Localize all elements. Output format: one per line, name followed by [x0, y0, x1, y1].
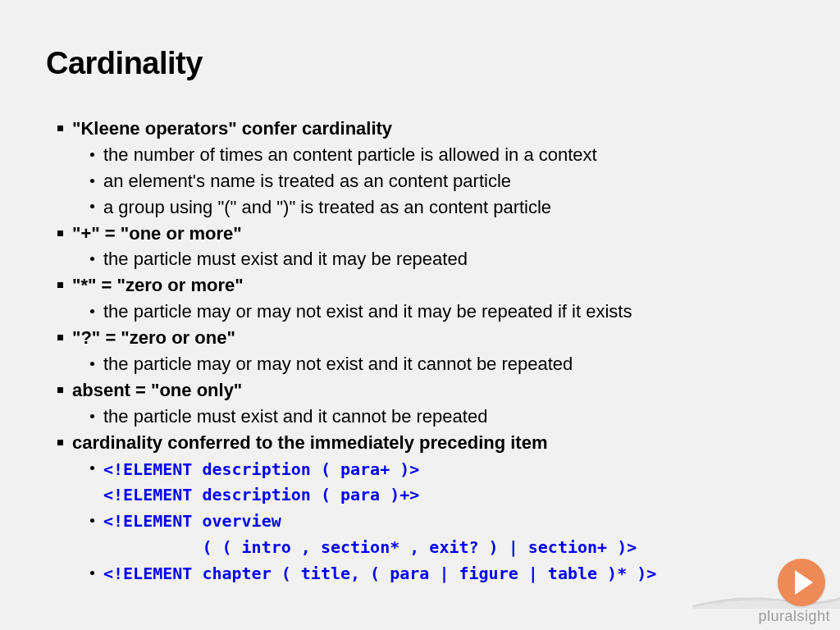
sub-list: the particle may or may not exist and it…: [72, 351, 794, 377]
sub-bullet: <!ELEMENT description ( para+ )>: [90, 456, 794, 482]
sub-bullet: <!ELEMENT description ( para )+>: [90, 482, 794, 508]
sub-bullet: the particle may or may not exist and it…: [90, 351, 794, 377]
sub-list: the number of times an content particle …: [72, 142, 794, 221]
sub-bullet: a group using "(" and ")" is treated as …: [90, 194, 794, 221]
top-bullet: cardinality conferred to the immediately…: [57, 430, 794, 587]
top-bullet-text: absent = "one only": [72, 380, 242, 400]
sub-bullet: the particle may or may not exist and it…: [90, 299, 794, 325]
sub-bullet: the number of times an content particle …: [90, 142, 794, 168]
code-line: <!ELEMENT overview: [103, 511, 281, 531]
sub-bullet: ( ( intro , section* , exit? ) | section…: [90, 534, 794, 560]
top-bullet-text: "Kleene operators" confer cardinality: [72, 118, 392, 139]
sub-bullet: <!ELEMENT overview: [90, 508, 794, 534]
slide-title: Cardinality: [46, 46, 794, 81]
top-bullet: "Kleene operators" confer cardinalitythe…: [57, 116, 794, 221]
sub-bullet: the particle must exist and it may be re…: [90, 246, 794, 272]
play-icon: [778, 559, 825, 606]
code-line: ( ( intro , section* , exit? ) | section…: [103, 537, 637, 557]
sub-bullet: an element's name is treated as an conte…: [90, 168, 794, 194]
top-bullet: "+" = "one or more"the particle must exi…: [57, 221, 794, 273]
code-line: <!ELEMENT description ( para )+>: [103, 485, 419, 504]
brand-text: pluralsight: [758, 608, 830, 625]
sub-bullet: the particle must exist and it cannot be…: [90, 404, 794, 430]
bullet-list: "Kleene operators" confer cardinalitythe…: [46, 116, 794, 587]
top-bullet: absent = "one only"the particle must exi…: [57, 377, 794, 430]
sub-list: the particle must exist and it cannot be…: [72, 404, 794, 430]
top-bullet-text: "*" = "zero or more": [72, 275, 244, 295]
slide: Cardinality "Kleene operators" confer ca…: [0, 0, 840, 630]
brand-logo: pluralsight: [758, 559, 830, 625]
top-bullet-text: cardinality conferred to the immediately…: [72, 432, 548, 453]
code-line: <!ELEMENT description ( para+ )>: [103, 459, 419, 479]
top-bullet-text: "+" = "one or more": [72, 223, 242, 244]
sub-list: the particle must exist and it may be re…: [72, 246, 794, 272]
top-bullet-text: "?" = "zero or one": [72, 327, 235, 348]
sub-bullet: <!ELEMENT chapter ( title, ( para | figu…: [90, 560, 794, 587]
top-bullet: "?" = "zero or one"the particle may or m…: [57, 325, 794, 377]
top-bullet: "*" = "zero or more"the particle may or …: [57, 272, 794, 325]
sub-list: <!ELEMENT description ( para+ )><!ELEMEN…: [72, 456, 794, 587]
sub-list: the particle may or may not exist and it…: [72, 299, 794, 325]
code-line: <!ELEMENT chapter ( title, ( para | figu…: [103, 564, 656, 583]
